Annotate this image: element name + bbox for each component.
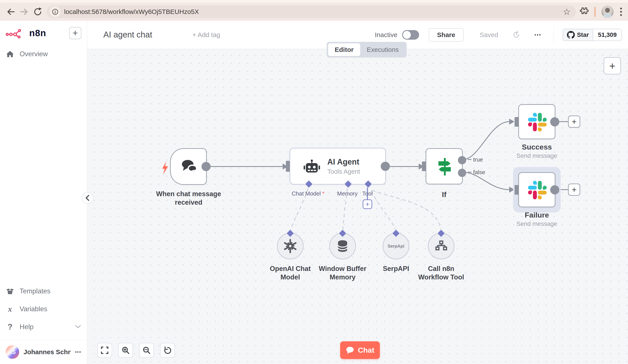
info-icon xyxy=(52,8,58,15)
workflow-history-icon[interactable] xyxy=(512,30,521,40)
n8n-logo[interactable]: n8n xyxy=(6,27,46,39)
add-node-after-success-button[interactable]: + xyxy=(568,116,580,128)
node-ai-agent[interactable]: AI Agent Tools Agent xyxy=(290,148,386,185)
input-port xyxy=(422,161,426,171)
browser-toolbar: localhost:5678/workflow/xWy6Oj5TBEUHzo5X… xyxy=(0,2,628,21)
node-label-window-buffer: Window Buffer Memory xyxy=(314,264,371,281)
wire-if-true-to-success xyxy=(463,122,510,159)
add-node-after-failure-button[interactable]: + xyxy=(568,184,580,196)
chat-bubble-icon xyxy=(346,346,354,354)
reload-icon xyxy=(33,7,43,16)
node-label-trigger: When chat message received xyxy=(156,190,221,207)
github-star-count: 51,309 xyxy=(593,29,622,41)
output-port[interactable] xyxy=(381,162,390,171)
back-button[interactable] xyxy=(4,5,17,18)
node-chat-trigger[interactable] xyxy=(170,148,207,185)
reset-zoom-button[interactable] xyxy=(160,343,175,358)
input-port xyxy=(515,117,519,127)
workflow-title[interactable]: AI agent chat xyxy=(103,30,152,39)
zoom-out-button[interactable] xyxy=(139,343,154,358)
user-name: Johannes Schn... xyxy=(23,348,71,356)
node-sublabel-failure: Send message xyxy=(506,220,567,227)
sidebar-item-label: Help xyxy=(20,323,34,331)
sidebar-item-label: Templates xyxy=(20,287,50,295)
output-port[interactable] xyxy=(550,117,559,126)
node-label-serpapi: SerpAPI xyxy=(368,264,424,273)
sidebar-item-variables[interactable]: x Variables xyxy=(0,300,87,318)
url-bar[interactable]: localhost:5678/workflow/xWy6Oj5TBEUHzo5X… xyxy=(47,5,576,18)
extensions-icon[interactable] xyxy=(579,7,589,16)
workflow-canvas[interactable]: When chat message received AI Agent Tool… xyxy=(87,49,628,364)
n8n-app: n8n + Overview Templates x Variables ? H… xyxy=(0,21,628,364)
github-star-widget[interactable]: Star 51,309 xyxy=(563,29,622,41)
slack-icon xyxy=(528,181,547,199)
sidebar-collapse-button[interactable] xyxy=(81,192,93,204)
zoom-out-icon xyxy=(142,346,151,355)
port-label-tool: Tool xyxy=(346,190,389,197)
toggle-knob xyxy=(403,31,411,39)
profile-indicator xyxy=(594,7,596,17)
chevron-down-icon xyxy=(75,325,81,329)
node-openai-chat-model[interactable] xyxy=(277,233,304,259)
zoom-in-button[interactable] xyxy=(118,343,133,358)
logo-text: n8n xyxy=(29,28,46,38)
n8n-logo-icon xyxy=(6,27,26,39)
tab-executions[interactable]: Executions xyxy=(360,43,405,56)
add-tag-button[interactable]: + Add tag xyxy=(192,31,220,39)
sidebar-item-overview[interactable]: Overview xyxy=(0,45,87,63)
canvas-add-node-button[interactable]: + xyxy=(604,57,621,74)
url-text: localhost:5678/workflow/xWy6Oj5TBEUHzo5X xyxy=(64,8,563,15)
fit-view-icon xyxy=(100,346,109,355)
share-button[interactable]: Share xyxy=(429,28,463,42)
browser-profile-avatar[interactable] xyxy=(601,6,614,18)
sidebar-item-help[interactable]: ? Help xyxy=(0,318,87,336)
arrowhead-success-input xyxy=(509,119,514,125)
slack-icon xyxy=(528,113,547,132)
sidebar-item-label: Variables xyxy=(20,305,47,313)
node-if[interactable] xyxy=(426,148,463,184)
output-port[interactable] xyxy=(201,162,211,171)
input-port xyxy=(515,185,519,195)
github-octocat-icon xyxy=(567,31,575,39)
home-icon xyxy=(6,50,14,58)
node-serpapi[interactable]: SerpApi xyxy=(383,233,409,259)
wire-if-false-to-failure xyxy=(463,172,510,190)
chat-button-label: Chat xyxy=(358,346,374,355)
output-port-true[interactable] xyxy=(458,156,466,164)
main-area: AI agent chat + Add tag Inactive Share S… xyxy=(87,21,628,364)
new-workflow-button[interactable]: + xyxy=(69,27,81,39)
forward-button[interactable] xyxy=(17,5,31,18)
chrome-actions xyxy=(579,6,624,18)
sidebar-item-templates[interactable]: Templates xyxy=(0,282,87,300)
bookmark-star-icon[interactable]: ☆ xyxy=(563,7,571,17)
zoom-in-icon xyxy=(121,346,130,355)
github-star-label: Star xyxy=(577,31,589,38)
node-window-buffer-memory[interactable] xyxy=(329,233,356,259)
add-tool-button[interactable]: + xyxy=(363,199,372,209)
open-chat-button[interactable]: Chat xyxy=(340,341,380,359)
site-info-icon[interactable] xyxy=(50,6,61,17)
browser-menu-icon[interactable] xyxy=(619,7,623,17)
user-menu[interactable]: JS Johannes Schn... ••• xyxy=(0,340,87,364)
node-call-n8n-workflow-tool[interactable] xyxy=(428,233,455,259)
output-port-false[interactable] xyxy=(458,169,466,177)
reset-icon xyxy=(163,346,172,355)
sidebar-item-label: Overview xyxy=(20,50,48,58)
browser-chrome: localhost:5678/workflow/xWy6Oj5TBEUHzo5X… xyxy=(0,0,628,21)
question-mark-icon: ? xyxy=(6,322,14,332)
header-more-icon[interactable]: ••• xyxy=(535,32,542,38)
saved-status: Saved xyxy=(480,31,498,39)
node-label-openai: OpenAI Chat Model xyxy=(262,264,318,281)
tab-editor[interactable]: Editor xyxy=(328,43,360,56)
forward-arrow-icon xyxy=(19,7,29,16)
node-title: AI Agent xyxy=(327,157,360,166)
node-failure[interactable] xyxy=(518,172,555,207)
user-more-icon[interactable]: ••• xyxy=(75,349,81,355)
fit-view-button[interactable] xyxy=(97,343,112,358)
node-success[interactable] xyxy=(518,104,555,139)
reload-button[interactable] xyxy=(31,5,44,18)
activation-toggle[interactable] xyxy=(402,30,419,40)
output-port[interactable] xyxy=(550,185,559,194)
signpost-icon xyxy=(436,157,453,176)
node-sublabel-success: Send message xyxy=(506,152,567,159)
